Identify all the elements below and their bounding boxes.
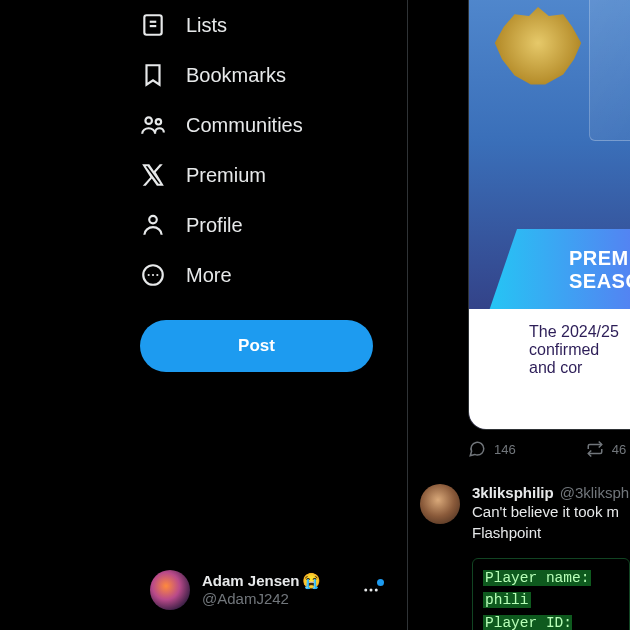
terminal-embed: Player name: phili Player ID: 7999440 — [472, 558, 630, 630]
svg-point-11 — [370, 589, 373, 592]
timeline: PREMI SEASON The 2024/25 confirmed and c… — [408, 0, 630, 630]
svg-point-10 — [364, 589, 367, 592]
nav-item-lists[interactable]: Lists — [140, 0, 407, 50]
communities-icon — [140, 112, 166, 138]
nav-label: Profile — [186, 214, 243, 237]
tweet-avatar[interactable] — [420, 484, 460, 524]
terminal-line-3: Player ID: 7999440 — [483, 612, 619, 630]
post-button[interactable]: Post — [140, 320, 373, 372]
promo-subtext: The 2024/25 confirmed and cor — [469, 309, 630, 429]
tweet-text-line1: Can't believe it took m — [472, 502, 630, 522]
primary-nav: Lists Bookmarks Communities Premium — [0, 0, 407, 300]
promo-sub-line2: confirmed — [529, 341, 630, 359]
promo-sub-line1: The 2024/25 — [529, 323, 630, 341]
svg-point-7 — [148, 274, 150, 276]
lists-icon — [140, 12, 166, 38]
nav-item-more[interactable]: More — [140, 250, 407, 300]
engagement-bar: 146 46 — [468, 440, 626, 458]
account-text: Adam Jensen 😭 @AdamJ242 — [202, 572, 321, 608]
account-more-button[interactable] — [362, 581, 380, 599]
profile-icon — [140, 212, 166, 238]
nav-label: Premium — [186, 164, 266, 187]
svg-point-12 — [375, 589, 378, 592]
svg-point-9 — [156, 274, 158, 276]
nav-item-bookmarks[interactable]: Bookmarks — [140, 50, 407, 100]
trophy-lion-graphic — [493, 7, 583, 97]
tweet-author-handle[interactable]: @3kliksph — [560, 484, 629, 501]
promo-ribbon-line2: SEASON — [569, 270, 630, 293]
bookmark-icon — [140, 62, 166, 88]
promo-sub-line3: and cor — [529, 359, 630, 377]
nav-item-communities[interactable]: Communities — [140, 100, 407, 150]
reply-count: 146 — [494, 442, 516, 457]
nav-label: More — [186, 264, 232, 287]
post-button-label: Post — [238, 336, 275, 356]
nav-label: Communities — [186, 114, 303, 137]
sidebar: Lists Bookmarks Communities Premium — [0, 0, 408, 630]
promo-ribbon: PREMI SEASON — [489, 229, 630, 311]
x-logo-icon — [140, 162, 166, 188]
svg-point-5 — [149, 216, 157, 224]
account-handle: @AdamJ242 — [202, 590, 321, 608]
account-switcher[interactable]: Adam Jensen 😭 @AdamJ242 — [150, 570, 380, 610]
retweet-button[interactable]: 46 — [586, 440, 626, 458]
promo-card[interactable]: PREMI SEASON The 2024/25 confirmed and c… — [468, 0, 630, 430]
more-circle-icon — [140, 262, 166, 288]
tweet-text-line2: Flashpoint — [472, 523, 630, 543]
promo-ribbon-line1: PREMI — [569, 247, 630, 270]
reply-button[interactable]: 146 — [468, 440, 516, 458]
nav-label: Lists — [186, 14, 227, 37]
avatar — [150, 570, 190, 610]
tweet-body: 3kliksphilip @3kliksph Can't believe it … — [472, 484, 630, 542]
nav-label: Bookmarks — [186, 64, 286, 87]
retweet-count: 46 — [612, 442, 626, 457]
terminal-line-2: phili — [483, 589, 619, 611]
account-emoji: 😭 — [302, 572, 321, 590]
tweet-author-name[interactable]: 3kliksphilip — [472, 484, 554, 501]
trophy-glass-graphic — [589, 0, 630, 141]
nav-item-profile[interactable]: Profile — [140, 200, 407, 250]
notification-dot — [377, 579, 384, 586]
svg-point-8 — [152, 274, 154, 276]
svg-point-4 — [156, 119, 161, 124]
terminal-line-1: Player name: — [483, 567, 619, 589]
tweet[interactable]: 3kliksphilip @3kliksph Can't believe it … — [420, 478, 630, 548]
svg-point-3 — [145, 117, 152, 124]
nav-item-premium[interactable]: Premium — [140, 150, 407, 200]
account-display-name: Adam Jensen — [202, 572, 300, 590]
